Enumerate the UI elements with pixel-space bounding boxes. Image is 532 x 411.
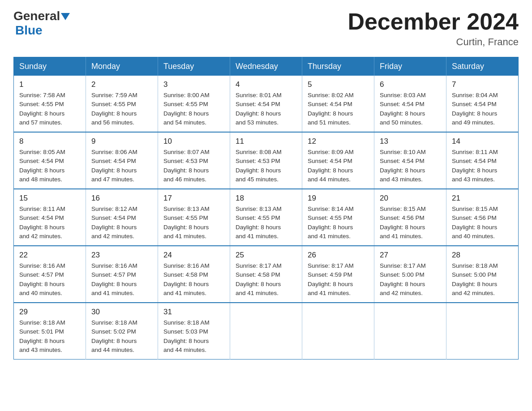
day-number: 5	[308, 80, 369, 89]
header-monday: Monday	[86, 57, 158, 76]
day-cell: 1 Sunrise: 7:58 AM Sunset: 4:55 PM Dayli…	[14, 76, 86, 132]
day-cell	[302, 303, 374, 360]
logo-general: General	[13, 9, 60, 23]
day-cell: 18 Sunrise: 8:13 AM Sunset: 4:55 PM Dayl…	[230, 189, 302, 246]
day-cell	[230, 303, 302, 360]
day-cell: 26 Sunrise: 8:17 AM Sunset: 4:59 PM Dayl…	[302, 246, 374, 303]
day-number: 2	[91, 80, 152, 89]
header-tuesday: Tuesday	[158, 57, 230, 76]
day-info: Sunrise: 8:17 AM Sunset: 4:59 PM Dayligh…	[308, 261, 369, 298]
page-header: General Blue December 2024 Curtin, Franc…	[13, 9, 519, 48]
day-number: 27	[380, 251, 441, 260]
day-number: 4	[236, 80, 296, 89]
day-cell: 31 Sunrise: 8:18 AM Sunset: 5:03 PM Dayl…	[158, 303, 230, 360]
calendar-table: SundayMondayTuesdayWednesdayThursdayFrid…	[13, 57, 519, 360]
day-cell: 15 Sunrise: 8:11 AM Sunset: 4:54 PM Dayl…	[14, 189, 86, 246]
week-row-2: 8 Sunrise: 8:05 AM Sunset: 4:54 PM Dayli…	[14, 132, 519, 189]
day-info: Sunrise: 8:18 AM Sunset: 5:00 PM Dayligh…	[452, 261, 513, 298]
day-number: 17	[163, 194, 224, 203]
day-info: Sunrise: 8:01 AM Sunset: 4:54 PM Dayligh…	[236, 91, 296, 127]
day-cell: 21 Sunrise: 8:15 AM Sunset: 4:56 PM Dayl…	[446, 189, 519, 246]
day-info: Sunrise: 8:16 AM Sunset: 4:58 PM Dayligh…	[163, 261, 224, 298]
week-row-1: 1 Sunrise: 7:58 AM Sunset: 4:55 PM Dayli…	[14, 76, 519, 132]
day-cell: 2 Sunrise: 7:59 AM Sunset: 4:55 PM Dayli…	[86, 76, 158, 132]
location: Curtin, France	[348, 36, 519, 48]
day-number: 26	[308, 251, 369, 260]
day-number: 29	[19, 308, 80, 317]
logo: General Blue	[13, 9, 70, 38]
header-wednesday: Wednesday	[230, 57, 302, 76]
day-info: Sunrise: 8:18 AM Sunset: 5:03 PM Dayligh…	[163, 318, 224, 355]
day-info: Sunrise: 8:08 AM Sunset: 4:53 PM Dayligh…	[236, 148, 296, 184]
day-info: Sunrise: 8:15 AM Sunset: 4:56 PM Dayligh…	[452, 205, 513, 241]
day-cell: 17 Sunrise: 8:13 AM Sunset: 4:55 PM Dayl…	[158, 189, 230, 246]
logo-blue: Blue	[15, 23, 43, 37]
day-cell: 5 Sunrise: 8:02 AM Sunset: 4:54 PM Dayli…	[302, 76, 374, 132]
day-cell: 6 Sunrise: 8:03 AM Sunset: 4:54 PM Dayli…	[374, 76, 446, 132]
day-info: Sunrise: 8:13 AM Sunset: 4:55 PM Dayligh…	[163, 205, 224, 241]
day-info: Sunrise: 8:11 AM Sunset: 4:54 PM Dayligh…	[19, 205, 80, 241]
day-info: Sunrise: 8:16 AM Sunset: 4:57 PM Dayligh…	[19, 261, 80, 298]
day-number: 22	[19, 251, 80, 260]
day-number: 31	[163, 308, 224, 317]
day-cell: 4 Sunrise: 8:01 AM Sunset: 4:54 PM Dayli…	[230, 76, 302, 132]
header-sunday: Sunday	[14, 57, 86, 76]
day-cell: 13 Sunrise: 8:10 AM Sunset: 4:54 PM Dayl…	[374, 132, 446, 189]
day-cell: 29 Sunrise: 8:18 AM Sunset: 5:01 PM Dayl…	[14, 303, 86, 360]
month-title: December 2024	[348, 9, 519, 34]
day-info: Sunrise: 8:18 AM Sunset: 5:01 PM Dayligh…	[19, 318, 80, 355]
day-info: Sunrise: 8:07 AM Sunset: 4:53 PM Dayligh…	[163, 148, 224, 184]
day-info: Sunrise: 8:11 AM Sunset: 4:54 PM Dayligh…	[452, 148, 513, 184]
week-row-4: 22 Sunrise: 8:16 AM Sunset: 4:57 PM Dayl…	[14, 246, 519, 303]
day-cell: 7 Sunrise: 8:04 AM Sunset: 4:54 PM Dayli…	[446, 76, 519, 132]
day-cell: 20 Sunrise: 8:15 AM Sunset: 4:56 PM Dayl…	[374, 189, 446, 246]
day-cell: 11 Sunrise: 8:08 AM Sunset: 4:53 PM Dayl…	[230, 132, 302, 189]
header-friday: Friday	[374, 57, 446, 76]
day-number: 23	[91, 251, 152, 260]
day-cell: 25 Sunrise: 8:17 AM Sunset: 4:58 PM Dayl…	[230, 246, 302, 303]
day-cell: 14 Sunrise: 8:11 AM Sunset: 4:54 PM Dayl…	[446, 132, 519, 189]
day-info: Sunrise: 8:02 AM Sunset: 4:54 PM Dayligh…	[308, 91, 369, 127]
logo-triangle-icon	[61, 13, 70, 20]
day-cell: 24 Sunrise: 8:16 AM Sunset: 4:58 PM Dayl…	[158, 246, 230, 303]
day-number: 21	[452, 194, 513, 203]
day-cell: 23 Sunrise: 8:16 AM Sunset: 4:57 PM Dayl…	[86, 246, 158, 303]
day-number: 9	[91, 137, 152, 146]
day-number: 7	[452, 80, 513, 89]
day-number: 1	[19, 80, 80, 89]
day-number: 30	[91, 308, 152, 317]
day-info: Sunrise: 7:58 AM Sunset: 4:55 PM Dayligh…	[19, 91, 80, 127]
header-saturday: Saturday	[446, 57, 519, 76]
day-info: Sunrise: 8:13 AM Sunset: 4:55 PM Dayligh…	[236, 205, 296, 241]
week-row-5: 29 Sunrise: 8:18 AM Sunset: 5:01 PM Dayl…	[14, 303, 519, 360]
logo-text: General	[13, 9, 70, 23]
day-number: 14	[452, 137, 513, 146]
day-info: Sunrise: 8:14 AM Sunset: 4:55 PM Dayligh…	[308, 205, 369, 241]
title-section: December 2024 Curtin, France	[348, 9, 519, 48]
day-info: Sunrise: 8:12 AM Sunset: 4:54 PM Dayligh…	[91, 205, 152, 241]
day-info: Sunrise: 8:10 AM Sunset: 4:54 PM Dayligh…	[380, 148, 441, 184]
day-info: Sunrise: 8:17 AM Sunset: 4:58 PM Dayligh…	[236, 261, 296, 298]
day-number: 18	[236, 194, 296, 203]
day-number: 28	[452, 251, 513, 260]
day-info: Sunrise: 8:04 AM Sunset: 4:54 PM Dayligh…	[452, 91, 513, 127]
day-info: Sunrise: 8:05 AM Sunset: 4:54 PM Dayligh…	[19, 148, 80, 184]
week-row-3: 15 Sunrise: 8:11 AM Sunset: 4:54 PM Dayl…	[14, 189, 519, 246]
day-cell: 10 Sunrise: 8:07 AM Sunset: 4:53 PM Dayl…	[158, 132, 230, 189]
calendar-header-row: SundayMondayTuesdayWednesdayThursdayFrid…	[14, 57, 519, 76]
day-number: 6	[380, 80, 441, 89]
day-number: 10	[163, 137, 224, 146]
day-cell: 3 Sunrise: 8:00 AM Sunset: 4:55 PM Dayli…	[158, 76, 230, 132]
day-info: Sunrise: 8:16 AM Sunset: 4:57 PM Dayligh…	[91, 261, 152, 298]
day-cell: 19 Sunrise: 8:14 AM Sunset: 4:55 PM Dayl…	[302, 189, 374, 246]
day-number: 3	[163, 80, 224, 89]
day-number: 15	[19, 194, 80, 203]
day-cell: 27 Sunrise: 8:17 AM Sunset: 5:00 PM Dayl…	[374, 246, 446, 303]
day-number: 12	[308, 137, 369, 146]
day-number: 11	[236, 137, 296, 146]
day-number: 25	[236, 251, 296, 260]
header-thursday: Thursday	[302, 57, 374, 76]
day-cell	[374, 303, 446, 360]
day-cell	[446, 303, 519, 360]
day-info: Sunrise: 8:15 AM Sunset: 4:56 PM Dayligh…	[380, 205, 441, 241]
